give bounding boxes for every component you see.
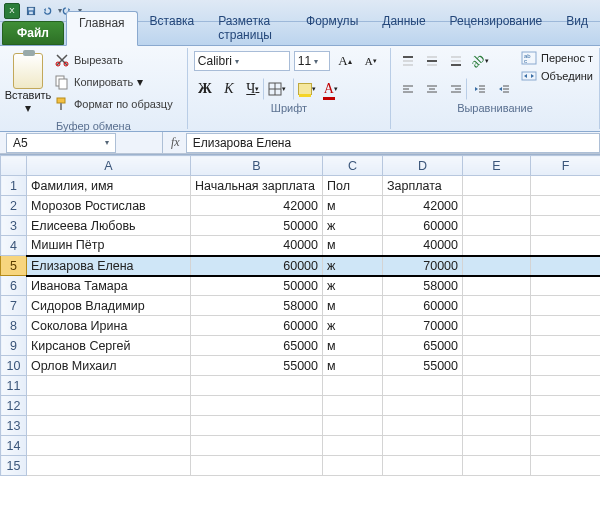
worksheet-grid[interactable]: ABCDEF 1Фамилия, имяНачальная зарплатаПо…	[0, 154, 600, 476]
cell-B13[interactable]	[191, 416, 323, 436]
row-header[interactable]: 15	[1, 456, 27, 476]
undo-icon[interactable]	[42, 3, 58, 19]
grid-row[interactable]: 11	[1, 376, 601, 396]
cell-A7[interactable]: Сидоров Владимир	[27, 296, 191, 316]
row-header[interactable]: 2	[1, 196, 27, 216]
tab-разметка страницы[interactable]: Разметка страницы	[206, 10, 294, 45]
column-header-D[interactable]: D	[383, 156, 463, 176]
fill-color-button[interactable]: ▾	[296, 78, 318, 100]
format-painter-button[interactable]: Формат по образцу	[54, 94, 173, 114]
italic-button[interactable]: К	[218, 78, 240, 100]
cell-A9[interactable]: Кирсанов Сергей	[27, 336, 191, 356]
align-left-button[interactable]	[397, 78, 419, 100]
underline-button[interactable]: Ч▾	[242, 78, 264, 100]
cell-E1[interactable]	[463, 176, 531, 196]
cell-C3[interactable]: ж	[323, 216, 383, 236]
row-header[interactable]: 4	[1, 236, 27, 256]
font-color-button[interactable]: A▾	[320, 78, 342, 100]
cell-D5[interactable]: 70000	[383, 256, 463, 276]
cell-D14[interactable]	[383, 436, 463, 456]
row-header[interactable]: 8	[1, 316, 27, 336]
cell-C8[interactable]: ж	[323, 316, 383, 336]
cell-A2[interactable]: Морозов Ростислав	[27, 196, 191, 216]
cell-D12[interactable]	[383, 396, 463, 416]
cell-F9[interactable]	[531, 336, 601, 356]
paste-dropdown-icon[interactable]: ▾	[25, 101, 31, 115]
cell-F14[interactable]	[531, 436, 601, 456]
tab-данные[interactable]: Данные	[370, 10, 437, 45]
row-header[interactable]: 1	[1, 176, 27, 196]
cell-E10[interactable]	[463, 356, 531, 376]
chevron-down-icon[interactable]: ▾	[105, 138, 109, 147]
cell-C10[interactable]: м	[323, 356, 383, 376]
cell-D4[interactable]: 40000	[383, 236, 463, 256]
cell-F7[interactable]	[531, 296, 601, 316]
cut-button[interactable]: Вырезать	[54, 50, 173, 70]
cell-F6[interactable]	[531, 276, 601, 296]
cell-F8[interactable]	[531, 316, 601, 336]
cell-D13[interactable]	[383, 416, 463, 436]
row-header[interactable]: 14	[1, 436, 27, 456]
cell-D3[interactable]: 60000	[383, 216, 463, 236]
cell-B15[interactable]	[191, 456, 323, 476]
cell-D11[interactable]	[383, 376, 463, 396]
tab-формулы[interactable]: Формулы	[294, 10, 370, 45]
cell-B4[interactable]: 40000	[191, 236, 323, 256]
cell-E3[interactable]	[463, 216, 531, 236]
fx-icon[interactable]: fx	[171, 135, 180, 150]
grid-row[interactable]: 9Кирсанов Сергей65000м65000	[1, 336, 601, 356]
tab-рецензирование[interactable]: Рецензирование	[438, 10, 555, 45]
cell-E12[interactable]	[463, 396, 531, 416]
column-header-C[interactable]: C	[323, 156, 383, 176]
row-header[interactable]: 7	[1, 296, 27, 316]
cell-C11[interactable]	[323, 376, 383, 396]
cell-F12[interactable]	[531, 396, 601, 416]
cell-F15[interactable]	[531, 456, 601, 476]
cell-B8[interactable]: 60000	[191, 316, 323, 336]
cell-A3[interactable]: Елисеева Любовь	[27, 216, 191, 236]
cell-A14[interactable]	[27, 436, 191, 456]
align-bottom-button[interactable]	[445, 50, 467, 72]
cell-C5[interactable]: ж	[323, 256, 383, 276]
cell-C6[interactable]: ж	[323, 276, 383, 296]
cell-C13[interactable]	[323, 416, 383, 436]
paste-button[interactable]: Вставить ▾	[6, 50, 50, 118]
row-header[interactable]: 11	[1, 376, 27, 396]
shrink-font-button[interactable]: A▾	[360, 50, 382, 72]
cell-A4[interactable]: Мишин Пётр	[27, 236, 191, 256]
column-header-B[interactable]: B	[191, 156, 323, 176]
row-header[interactable]: 9	[1, 336, 27, 356]
row-header[interactable]: 10	[1, 356, 27, 376]
cell-B5[interactable]: 60000	[191, 256, 323, 276]
orientation-button[interactable]: ab▾	[469, 50, 491, 72]
cell-E15[interactable]	[463, 456, 531, 476]
grid-row[interactable]: 10Орлов Михаил55000м55000	[1, 356, 601, 376]
grid-row[interactable]: 14	[1, 436, 601, 456]
cell-E11[interactable]	[463, 376, 531, 396]
grid-row[interactable]: 2Морозов Ростислав42000м42000	[1, 196, 601, 216]
cell-D6[interactable]: 58000	[383, 276, 463, 296]
cell-A6[interactable]: Иванова Тамара	[27, 276, 191, 296]
grid-row[interactable]: 12	[1, 396, 601, 416]
column-headers[interactable]: ABCDEF	[1, 156, 601, 176]
cell-D15[interactable]	[383, 456, 463, 476]
cell-B1[interactable]: Начальная зарплата	[191, 176, 323, 196]
cell-A10[interactable]: Орлов Михаил	[27, 356, 191, 376]
formula-input[interactable]: Елизарова Елена	[186, 133, 600, 153]
font-size-combo[interactable]: 11 ▾	[294, 51, 330, 71]
cell-E7[interactable]	[463, 296, 531, 316]
row-header[interactable]: 13	[1, 416, 27, 436]
cell-F2[interactable]	[531, 196, 601, 216]
cell-B14[interactable]	[191, 436, 323, 456]
cell-A1[interactable]: Фамилия, имя	[27, 176, 191, 196]
align-right-button[interactable]	[445, 78, 467, 100]
cell-F11[interactable]	[531, 376, 601, 396]
cell-B9[interactable]: 65000	[191, 336, 323, 356]
cell-C2[interactable]: м	[323, 196, 383, 216]
cell-E2[interactable]	[463, 196, 531, 216]
cell-D7[interactable]: 60000	[383, 296, 463, 316]
cell-A13[interactable]	[27, 416, 191, 436]
decrease-indent-button[interactable]	[469, 78, 491, 100]
cell-F4[interactable]	[531, 236, 601, 256]
cell-E6[interactable]	[463, 276, 531, 296]
